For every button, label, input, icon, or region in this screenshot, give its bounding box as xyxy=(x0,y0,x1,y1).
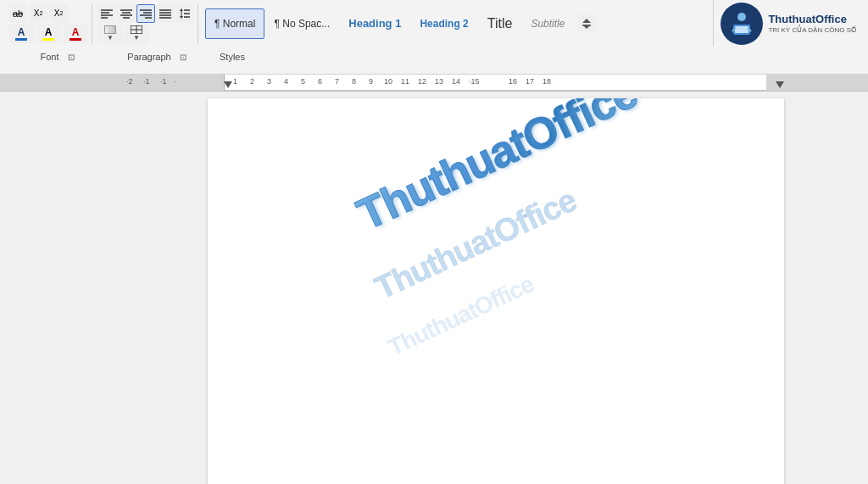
align-justify-btn[interactable] xyxy=(156,4,175,23)
subscript-btn[interactable]: X2 xyxy=(29,4,47,23)
font-group-label: Font xyxy=(33,52,65,62)
style-heading2-btn[interactable]: Heading 2 xyxy=(410,8,477,39)
watermark-main: ThuthuatOffice xyxy=(349,98,644,240)
logo-text-area: ThuthuatOffice TRI KỲ CỦA DÂN CÔNG SỐ xyxy=(763,13,856,34)
paragraph-group-label: Paragraph xyxy=(120,52,177,62)
main-area: ThuthuatOffice ThuthuatOffice ThuthuatOf… xyxy=(0,92,868,484)
style-subtitle-btn[interactable]: Subtitle xyxy=(521,8,574,39)
style-heading1-btn[interactable]: Heading 1 xyxy=(339,8,410,39)
line-spacing-btn[interactable] xyxy=(175,4,194,23)
document-page[interactable]: ThuthuatOffice ThuthuatOffice ThuthuatOf… xyxy=(208,98,784,484)
paragraph-group: ▼ ▼ xyxy=(94,4,198,43)
font-group: ab X2 X2 A A A xyxy=(5,4,92,43)
styles-group: ¶ Normal ¶ No Spac... Heading 1 Heading … xyxy=(200,4,711,43)
align-right-btn[interactable] xyxy=(136,4,155,23)
style-nospace-btn[interactable]: ¶ No Spac... xyxy=(264,8,339,39)
watermark-container: ThuthuatOffice ThuthuatOffice ThuthuatOf… xyxy=(292,141,716,437)
borders-btn[interactable]: ▼ xyxy=(124,25,149,43)
ribbon: ab X2 X2 A A A xyxy=(0,0,868,75)
align-left-btn[interactable] xyxy=(97,4,116,23)
svg-point-25 xyxy=(724,6,760,42)
styles-group-label: Styles xyxy=(213,52,252,62)
paragraph-group-expand[interactable]: ⊡ xyxy=(180,53,186,62)
align-center-btn[interactable] xyxy=(117,4,136,23)
svg-marker-24 xyxy=(582,25,591,29)
page-wrapper: ThuthuatOffice ThuthuatOffice ThuthuatOf… xyxy=(123,92,868,484)
left-sidebar xyxy=(0,92,123,484)
font-group-expand[interactable]: ⊡ xyxy=(68,53,75,62)
svg-point-26 xyxy=(737,13,746,21)
logo-tagline: TRI KỲ CỦA DÂN CÔNG SỐ xyxy=(768,26,856,35)
ribbon-labels: Font ⊡ Paragraph ⊡ Styles xyxy=(0,47,868,64)
font-color-btn[interactable]: A xyxy=(8,25,34,43)
style-normal-btn[interactable]: ¶ Normal xyxy=(205,8,264,39)
style-title-btn[interactable]: Title xyxy=(478,8,522,39)
text-strikethrough-btn[interactable]: ab xyxy=(8,4,27,23)
logo-brand: ThuthuatOffice xyxy=(768,13,856,26)
logo-circle xyxy=(721,3,763,45)
ribbon-toolbar: ab X2 X2 A A A xyxy=(0,0,868,47)
logo-area: ThuthuatOffice TRI KỲ CỦA DÂN CÔNG SỐ xyxy=(713,0,863,47)
watermark-reflection-2: ThuthuatOffice xyxy=(384,270,537,361)
svg-rect-28 xyxy=(735,26,748,33)
watermark-reflection-1: ThuthuatOffice xyxy=(369,182,581,307)
shading-btn[interactable]: ▼ xyxy=(97,25,123,43)
svg-marker-22 xyxy=(582,19,591,23)
superscript-btn[interactable]: X2 xyxy=(49,4,68,23)
ruler: ·2 ·1 ·1 · 1 2 3 4 5 6 7 8 9 10 11 12 13… xyxy=(0,75,868,92)
font-effects-btn[interactable]: A xyxy=(63,25,88,43)
highlight-btn[interactable]: A xyxy=(36,25,61,43)
styles-more-btn[interactable] xyxy=(577,14,596,33)
